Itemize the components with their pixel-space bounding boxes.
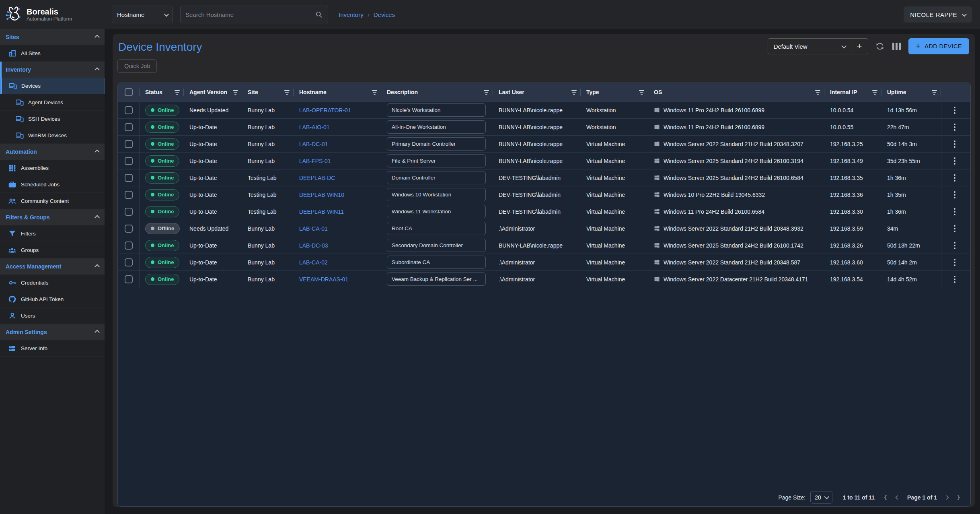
hostname-link[interactable]: LAB-DC-01 — [299, 141, 328, 147]
row-actions-kebab-icon[interactable] — [951, 240, 959, 251]
hostname-link[interactable]: LAB-CA-02 — [299, 259, 328, 266]
column-filter-icon[interactable] — [171, 90, 180, 95]
description-box[interactable]: All-in-One Workstation — [387, 120, 486, 134]
description-box[interactable]: Windows 11 Workstation — [387, 205, 486, 218]
next-page-button[interactable] — [945, 496, 948, 499]
column-filter-icon[interactable] — [480, 90, 489, 95]
cell-last-user: BUNNY-LAB\nicole.rappe — [493, 136, 581, 152]
cell-uptime: 14d 4h 52m — [881, 271, 941, 287]
row-actions-kebab-icon[interactable] — [951, 139, 959, 149]
sidebar-section-inventory[interactable]: Inventory — [0, 62, 105, 78]
sidebar-section-access-management[interactable]: Access Management — [0, 258, 105, 275]
row-actions-kebab-icon[interactable] — [951, 223, 959, 234]
hostname-link[interactable]: LAB-DC-03 — [299, 242, 328, 249]
sidebar-item-assemblies[interactable]: Assemblies — [0, 160, 105, 176]
row-checkbox[interactable] — [125, 208, 133, 216]
row-checkbox[interactable] — [125, 191, 133, 199]
first-page-button[interactable] — [885, 495, 888, 500]
hostname-link[interactable]: DEEPLAB-WIN10 — [299, 192, 344, 198]
sidebar-item-users[interactable]: Users — [0, 308, 105, 324]
sidebar-section-filters-groups[interactable]: Filters & Groups — [0, 209, 105, 225]
row-checkbox[interactable] — [125, 123, 133, 131]
row-actions-kebab-icon[interactable] — [951, 274, 959, 285]
row-checkbox[interactable] — [125, 140, 133, 148]
column-filter-icon[interactable] — [928, 90, 937, 95]
hostname-link[interactable]: DEEPLAB-DC — [299, 175, 335, 181]
description-box[interactable]: Primary Domain Controller — [387, 137, 486, 151]
description-box[interactable]: File & Print Server — [387, 154, 486, 167]
cell-site: Bunny Lab — [242, 119, 294, 135]
sidebar-item-scheduled-jobs[interactable]: Scheduled Jobs — [0, 176, 105, 193]
sidebar-item-devices[interactable]: Devices — [0, 78, 105, 94]
add-device-button[interactable]: + ADD DEVICE — [908, 38, 969, 54]
column-filter-icon[interactable] — [567, 90, 577, 95]
column-filter-icon[interactable] — [280, 90, 290, 95]
sidebar-item-groups[interactable]: Groups — [0, 242, 105, 258]
row-actions-kebab-icon[interactable] — [951, 173, 959, 183]
row-checkbox[interactable] — [125, 225, 133, 233]
description-box[interactable]: Subordinate CA — [387, 256, 486, 269]
sidebar-item-github-api-token[interactable]: GitHub API Token — [0, 291, 105, 308]
breadcrumb-devices[interactable]: Devices — [374, 11, 395, 18]
row-checkbox[interactable] — [125, 275, 133, 283]
sidebar-item-server-info[interactable]: Server Info — [0, 340, 105, 357]
row-actions-kebab-icon[interactable] — [951, 190, 959, 200]
row-checkbox[interactable] — [125, 106, 133, 114]
search-field-selector[interactable]: Hostname — [112, 6, 173, 23]
sidebar-section-label: Access Management — [6, 263, 95, 270]
chevron-up-icon — [95, 215, 100, 220]
search-input[interactable] — [185, 11, 315, 18]
row-checkbox[interactable] — [125, 242, 133, 250]
sidebar-section-automation[interactable]: Automation — [0, 144, 105, 160]
last-page-button[interactable] — [956, 495, 959, 500]
column-filter-icon[interactable] — [868, 90, 877, 95]
cell-uptime: 1h 36m — [881, 169, 941, 186]
column-filter-icon[interactable] — [811, 90, 820, 95]
refresh-button[interactable] — [875, 41, 885, 52]
previous-page-button[interactable] — [896, 496, 899, 499]
sidebar-item-winrm-devices[interactable]: WinRM Devices — [0, 127, 105, 144]
hostname-link[interactable]: LAB-OPERATOR-01 — [299, 107, 351, 114]
sidebar-item-all-sites[interactable]: All Sites — [0, 45, 105, 62]
sidebar-item-agent-devices[interactable]: Agent Devices — [0, 94, 105, 111]
hostname-link[interactable]: VEEAM-DRAAS-01 — [299, 276, 348, 283]
cell-internal-ip: 10.0.0.54 — [824, 102, 881, 118]
chevron-up-icon — [95, 35, 100, 40]
row-actions-kebab-icon[interactable] — [951, 105, 959, 116]
add-view-button[interactable]: + — [851, 39, 868, 54]
breadcrumb-inventory[interactable]: Inventory — [339, 11, 364, 18]
sidebar-item-ssh-devices[interactable]: SSH Devices — [0, 111, 105, 127]
search-icon[interactable] — [315, 10, 323, 19]
hostname-link[interactable]: LAB-CA-01 — [299, 225, 328, 232]
description-box[interactable]: Nicole's Workstation — [387, 103, 486, 117]
hostname-link[interactable]: DEEPLAB-WIN11 — [299, 208, 344, 215]
row-checkbox[interactable] — [125, 157, 133, 165]
description-box[interactable]: Secondary Domain Controller — [387, 239, 486, 252]
row-actions-kebab-icon[interactable] — [951, 206, 959, 217]
column-filter-icon[interactable] — [368, 90, 377, 95]
row-actions-kebab-icon[interactable] — [951, 156, 959, 166]
column-filter-icon[interactable] — [229, 90, 238, 95]
columns-button[interactable] — [892, 41, 902, 52]
row-actions-kebab-icon[interactable] — [951, 257, 959, 268]
sidebar-item-community-content[interactable]: Community Content — [0, 193, 105, 209]
select-all-checkbox[interactable] — [125, 88, 133, 96]
hostname-link[interactable]: LAB-AIO-01 — [299, 124, 329, 130]
hostname-link[interactable]: LAB-FPS-01 — [299, 158, 331, 164]
description-box[interactable]: Root CA — [387, 222, 486, 235]
sidebar-item-credentials[interactable]: Credentials — [0, 275, 105, 291]
row-checkbox[interactable] — [125, 174, 133, 182]
sidebar-section-admin-settings[interactable]: Admin Settings — [0, 324, 105, 340]
quick-job-button[interactable]: Quick Job — [117, 59, 157, 73]
row-checkbox[interactable] — [125, 258, 133, 266]
description-box[interactable]: Windows 10 Workstation — [387, 188, 486, 201]
column-filter-icon[interactable] — [635, 90, 644, 95]
sidebar-item-filters[interactable]: Filters — [0, 225, 105, 242]
user-menu-button[interactable]: NICOLE RAPPE — [904, 6, 972, 23]
row-actions-kebab-icon[interactable] — [951, 122, 959, 132]
sidebar-section-sites[interactable]: Sites — [0, 29, 105, 45]
page-size-selector[interactable]: 20 — [810, 491, 832, 504]
description-box[interactable]: Domain Controller — [387, 171, 486, 184]
description-box[interactable]: Veeam Backup & Replication Ser ... — [387, 272, 486, 286]
view-selector[interactable]: Default View — [768, 39, 851, 54]
